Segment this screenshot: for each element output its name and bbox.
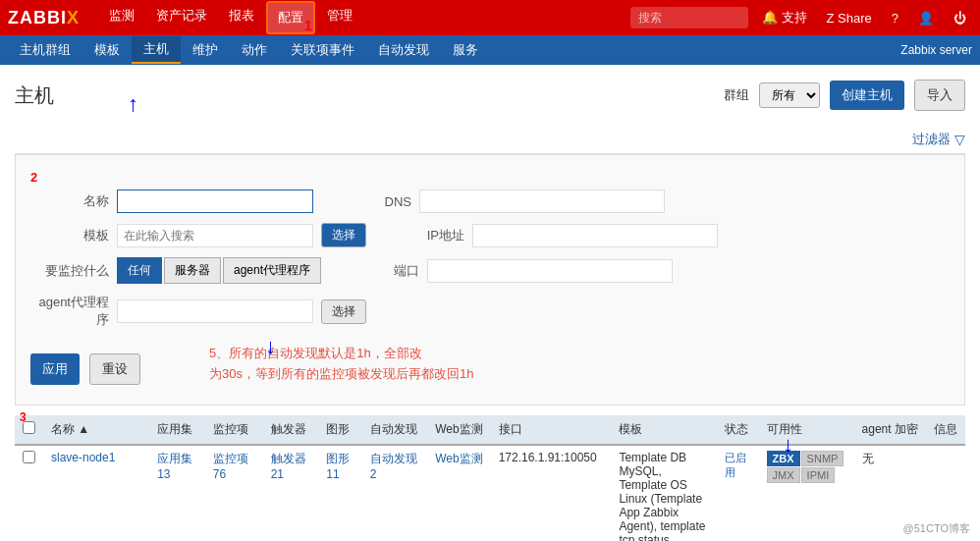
power-icon[interactable]: ⏻	[948, 7, 972, 29]
help-icon[interactable]: ?	[886, 7, 904, 29]
filter-agent-group: agent代理程序 选择	[30, 294, 366, 329]
th-name[interactable]: 名称 ▲	[43, 415, 149, 445]
ip-label: IP地址	[386, 227, 464, 244]
user-icon[interactable]: 👤	[912, 7, 940, 29]
agent-input[interactable]	[117, 299, 313, 323]
nav-actions[interactable]: 动作	[230, 37, 279, 63]
row1-status: 已启用	[717, 445, 759, 541]
filter-row-4: agent代理程序 选择	[30, 294, 950, 329]
page-header: 主机 群组 所有 创建主机 导入	[15, 75, 965, 116]
filter-ip-group: IP地址	[386, 224, 718, 247]
top-nav-right: 🔔 支持 Z Share ? 👤 ⏻	[630, 5, 972, 30]
agent-select-button[interactable]: 选择	[321, 299, 366, 324]
top-nav-assets[interactable]: 资产记录	[146, 1, 217, 34]
row1-graphs-link[interactable]: 图形11	[326, 452, 350, 481]
th-availability: 可用性	[759, 415, 854, 445]
table-header-row: 名称 ▲ 应用集 监控项 触发器 图形 自动发现 Web监测 接口 模板 状态 …	[15, 415, 965, 445]
th-apps: 应用集	[149, 415, 205, 445]
row1-apps-link[interactable]: 应用集13	[157, 452, 192, 481]
monitor-agent-button[interactable]: agent代理程序	[223, 257, 321, 284]
th-agent-enc: agent 加密	[854, 415, 926, 445]
row1-graphs: 图形11	[318, 445, 362, 541]
nav-correlation[interactable]: 关联项事件	[279, 37, 366, 63]
support-link[interactable]: 🔔 支持	[756, 5, 813, 30]
th-info: 信息	[926, 415, 965, 445]
template-select-button[interactable]: 选择	[321, 223, 366, 247]
row1-name: slave-node1	[43, 445, 149, 541]
table-row: slave-node1 应用集13 监控项76 触发器21 图形11 自动发现2…	[15, 445, 965, 541]
apply-button[interactable]: 应用	[30, 353, 80, 385]
row1-items: 监控项76	[205, 445, 263, 541]
row1-availability: ZBX SNMP JMX IPMI	[759, 445, 854, 541]
table-container: 3 名称 ▲ 应用集 监控项 触发器 图形 自动发现 Web监测 接口 模板 状…	[15, 415, 965, 541]
name-input[interactable]	[117, 189, 313, 213]
nav-maintenance[interactable]: 维护	[181, 37, 230, 63]
row1-items-link[interactable]: 监控项76	[213, 452, 248, 481]
page-content: 主机 群组 所有 创建主机 导入 过滤器 ▽ 2 名称 DNS	[0, 65, 980, 541]
monitor-any-button[interactable]: 任何	[117, 257, 162, 284]
logo: ZABBIX	[8, 8, 80, 28]
share-link[interactable]: Z Share	[821, 7, 878, 29]
dns-input[interactable]	[419, 189, 665, 213]
row1-web: Web监测	[427, 445, 490, 541]
agent-label: agent代理程序	[30, 294, 109, 329]
top-nav-reports[interactable]: 报表	[219, 1, 264, 34]
row1-ipmi-badge: IPMI	[801, 467, 836, 483]
top-nav-monitor[interactable]: 监测	[99, 1, 144, 34]
row1-interface: 172.16.1.91:10050	[491, 445, 612, 541]
th-graphs: 图形	[318, 415, 362, 445]
port-input[interactable]	[427, 259, 673, 283]
top-navigation: ZABBIX 监测 资产记录 报表 配置 管理 🔔 支持 Z Share ? 👤…	[0, 0, 980, 35]
search-input[interactable]	[630, 7, 748, 28]
filter-toggle[interactable]: 过滤器 ▽	[912, 131, 965, 148]
filter-row-3: 要监控什么 任何 服务器 agent代理程序 端口	[30, 257, 950, 284]
page-title: 主机	[15, 82, 54, 109]
row1-triggers-link[interactable]: 触发器21	[271, 452, 306, 481]
row1-discovery-link[interactable]: 自动发现2	[370, 452, 417, 481]
nav-services[interactable]: 服务	[441, 37, 490, 63]
dns-label: DNS	[333, 194, 411, 209]
nav-hostgroups[interactable]: 主机群组	[8, 37, 82, 63]
top-nav-admin[interactable]: 管理	[317, 1, 362, 34]
row1-name-link[interactable]: slave-node1	[51, 451, 115, 464]
th-triggers: 触发器	[263, 415, 319, 445]
row1-triggers: 触发器21	[263, 445, 319, 541]
annotation-2: 2	[30, 170, 950, 185]
monitor-label: 要监控什么	[30, 262, 109, 280]
filter-actions: 应用 重设	[30, 349, 140, 385]
second-navigation: 主机群组 模板 主机 维护 动作 关联项事件 自动发现 服务 Zabbix se…	[0, 35, 980, 65]
page-header-right: 群组 所有 创建主机 导入	[724, 80, 965, 111]
filter-template-group: 模板 选择	[30, 223, 366, 247]
th-discovery: 自动发现	[362, 415, 427, 445]
filter-name-group: 名称	[30, 189, 313, 213]
th-web: Web监测	[427, 415, 490, 445]
nav-templates[interactable]: 模板	[82, 37, 132, 63]
nav-hosts[interactable]: 主机	[132, 36, 181, 64]
annotation-note5: 5、所有的自动发现默认是1h，全部改 为30s，等到所有的监控项被发现后再都改回…	[199, 339, 483, 390]
filter-dns-group: DNS	[333, 189, 665, 213]
row1-select[interactable]	[23, 451, 35, 463]
row1-badges: ZBX SNMP JMX IPMI	[767, 451, 846, 483]
template-input[interactable]	[117, 224, 313, 247]
row1-web-link[interactable]: Web监测	[435, 452, 482, 465]
row1-apps: 应用集13	[149, 445, 205, 541]
group-select[interactable]: 所有	[759, 82, 820, 108]
ip-input[interactable]	[472, 224, 718, 247]
top-nav-items: 监测 资产记录 报表 配置 管理	[99, 1, 630, 34]
row1-jmx-badge: JMX	[767, 467, 800, 483]
create-host-button[interactable]: 创建主机	[830, 81, 904, 110]
monitor-server-button[interactable]: 服务器	[164, 257, 221, 284]
import-button[interactable]: 导入	[914, 80, 965, 111]
row1-discovery: 自动发现2	[362, 445, 427, 541]
top-nav-config[interactable]: 配置	[266, 1, 315, 34]
port-label: 端口	[341, 262, 419, 280]
reset-button[interactable]: 重设	[89, 353, 140, 385]
filter-bar: 过滤器 ▽	[15, 126, 965, 154]
filter-icon: ▽	[954, 132, 965, 147]
watermark: @51CTO博客	[903, 521, 970, 536]
filter-row-1: 名称 DNS	[30, 189, 950, 213]
annotation-3: 3	[20, 410, 27, 424]
filter-port-group: 端口	[341, 259, 673, 283]
filter-row-2: 模板 选择 IP地址	[30, 223, 950, 247]
nav-discovery[interactable]: 自动发现	[366, 37, 441, 63]
